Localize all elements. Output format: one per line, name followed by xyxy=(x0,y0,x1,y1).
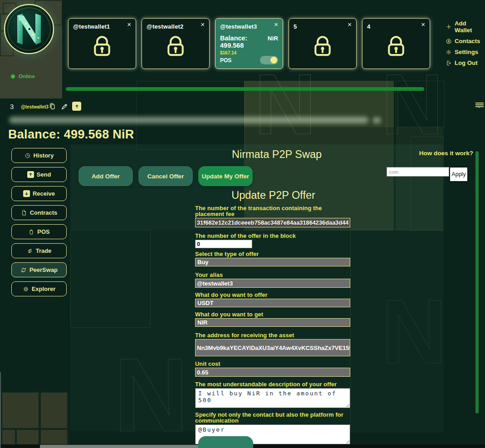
edit-pencil-icon[interactable] xyxy=(60,103,69,111)
lock-icon xyxy=(383,34,409,60)
header-menu: Add Wallet Contacts Settings Log Out xyxy=(446,20,485,66)
settings-button[interactable]: Settings xyxy=(446,49,485,55)
placement-fee-tx-input[interactable] xyxy=(195,218,350,227)
nirmata-wallet-app: N N N N xyxy=(0,0,485,448)
wallet-currency: NiR xyxy=(268,35,278,42)
field-label: Your alias xyxy=(195,272,350,278)
sidebar-item-label: Trade xyxy=(36,247,52,254)
sidebar-item-trade[interactable]: $ Trade xyxy=(11,243,67,258)
apply-button[interactable]: Apply xyxy=(449,167,468,182)
status-label: Online xyxy=(19,74,35,79)
field-label: What do you want to offer xyxy=(195,292,350,298)
lock-icon xyxy=(309,34,336,60)
offer-actions: Add Offer Cancel Offer Update My Offer xyxy=(78,166,253,186)
contacts-button[interactable]: Contacts xyxy=(446,38,485,44)
form-heading: Update P2P Offer xyxy=(82,189,465,202)
offer-number-input[interactable] xyxy=(195,240,252,248)
pos-toggle[interactable] xyxy=(260,56,278,64)
logout-button[interactable]: Log Out xyxy=(446,59,485,66)
svg-text:$: $ xyxy=(29,250,30,252)
upload-arrow-icon xyxy=(74,103,80,109)
close-icon[interactable]: × xyxy=(127,21,131,28)
field-label: The address for receiving the asset xyxy=(195,332,350,338)
menu-label: Add Wallet xyxy=(455,20,485,34)
plus-icon xyxy=(446,24,452,30)
field-label: The number of the offer in the block xyxy=(195,233,350,239)
close-icon[interactable]: × xyxy=(421,21,425,28)
scrollbar-thumb[interactable] xyxy=(475,151,479,414)
field-label: Select the type of offer xyxy=(195,251,350,257)
close-icon[interactable]: × xyxy=(348,21,352,28)
lock-icon xyxy=(89,34,115,60)
connection-status: Online xyxy=(11,74,35,79)
wallet-label: @testwallet3 xyxy=(220,23,257,30)
chevron-down-icon: ▼ xyxy=(344,321,348,325)
copy-icon[interactable] xyxy=(48,102,57,111)
peerswap-icon xyxy=(20,267,27,273)
upload-button[interactable] xyxy=(72,102,81,111)
update-my-offer-button[interactable]: Update My Offer xyxy=(198,166,253,186)
wallet-card-active[interactable]: @testwallet3 × Balance: 499.568 NiR $167… xyxy=(215,18,283,69)
selected-value: NIR xyxy=(197,319,207,326)
background-outline xyxy=(70,230,151,328)
nirmata-network-logo xyxy=(4,4,54,54)
sidebar-item-contracts[interactable]: Contracts xyxy=(11,205,67,220)
wallet-card[interactable]: 4 × xyxy=(362,18,430,69)
menu-label: Contacts xyxy=(455,38,480,44)
close-icon[interactable]: × xyxy=(274,21,278,28)
redacted-address-blur xyxy=(9,117,368,123)
wallet-card[interactable]: @testwallet1 × xyxy=(68,18,136,69)
field-label: Unit cost xyxy=(195,361,350,367)
send-arrow-icon xyxy=(27,171,34,178)
add-wallet-button[interactable]: Add Wallet xyxy=(446,20,485,34)
close-icon[interactable]: × xyxy=(201,21,205,28)
selected-value: Buy xyxy=(197,259,209,266)
offer-type-select[interactable]: Buy ▼ xyxy=(195,258,350,266)
wallet-label: @testwallet1 xyxy=(73,23,110,30)
sidebar-item-label: Explorer xyxy=(32,286,56,292)
coin-filter-input[interactable] xyxy=(387,167,449,177)
get-asset-select[interactable]: NIR ▼ xyxy=(195,318,350,327)
chevron-down-icon: ▼ xyxy=(344,301,348,305)
sidebar-item-pos[interactable]: POS xyxy=(11,224,67,239)
wallet-card[interactable]: 5 × xyxy=(289,18,357,69)
sidebar-item-label: Send xyxy=(37,171,51,178)
sidebar-item-explorer[interactable]: Explorer xyxy=(11,281,67,296)
receive-arrow-icon xyxy=(23,190,30,197)
receiving-address-input[interactable]: Nn3Mvb9kaYECAYiDaXU3aiY4Aw4XvKCSShaZx7VE… xyxy=(195,339,350,356)
sidebar-item-history[interactable]: History xyxy=(11,148,67,163)
submit-button-partial[interactable] xyxy=(198,436,253,448)
field-label: Specify not only the contact but also th… xyxy=(195,412,350,423)
wallet-card[interactable]: @testwallet2 × xyxy=(142,18,210,69)
sidebar-item-receive[interactable]: Receive xyxy=(11,186,67,201)
trade-cycle-icon: $ xyxy=(27,248,33,254)
cancel-offer-button[interactable]: Cancel Offer xyxy=(138,166,193,186)
alias-input[interactable] xyxy=(195,279,350,288)
left-edge-line xyxy=(0,372,1,448)
field-label: The number of the transaction containing… xyxy=(195,205,350,217)
field-label: What do you want to get xyxy=(195,311,350,317)
sidebar-item-peerswap[interactable]: PeerSwap xyxy=(11,262,67,277)
online-dot-icon xyxy=(11,74,15,79)
lock-icon xyxy=(162,34,189,60)
pos-label: POS xyxy=(220,57,231,64)
add-offer-button[interactable]: Add Offer xyxy=(78,166,133,186)
sidebar-item-send[interactable]: Send xyxy=(11,167,67,182)
menu-label: Log Out xyxy=(455,59,478,66)
progress-bar xyxy=(66,87,424,91)
how-does-it-work-link[interactable]: How does it work? xyxy=(419,150,473,157)
menu-label: Settings xyxy=(455,49,478,55)
unit-cost-input[interactable] xyxy=(195,368,350,377)
wallet-alias: @testwallet3 xyxy=(21,104,49,109)
offer-description-textarea[interactable]: I will buy NiR in the amount of 500 xyxy=(195,388,350,408)
wallet-index: 3 xyxy=(10,103,14,110)
offer-asset-select[interactable]: USDT ▼ xyxy=(195,299,350,307)
active-wallet-bar: 3 @testwallet3 xyxy=(0,102,485,113)
selected-value: USDT xyxy=(197,300,213,306)
wallet-cards-row: @testwallet1 × @testwallet2 × @testwalle… xyxy=(68,18,430,69)
filter-sort-icon[interactable] xyxy=(475,103,484,116)
document-icon xyxy=(21,210,27,216)
address-value: Nn3Mvb9kaYECAYiDaXU3aiY4Aw4XvKCSShaZx7VE… xyxy=(197,345,350,351)
contacts-icon xyxy=(446,38,452,44)
background-mosaic xyxy=(0,391,69,448)
